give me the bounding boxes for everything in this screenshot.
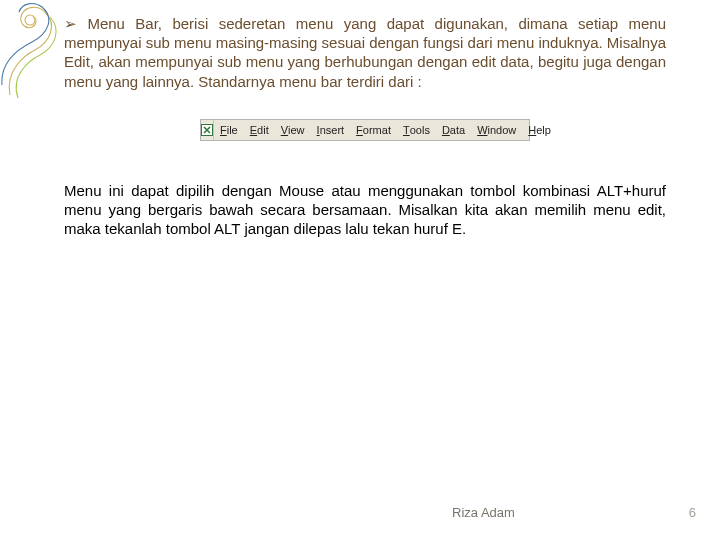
menu-insert[interactable]: Insert: [311, 120, 351, 140]
paragraph-menu-bar-desc: ➢ Menu Bar, berisi sederetan menu yang d…: [64, 14, 666, 91]
menu-data[interactable]: Data: [436, 120, 471, 140]
menu-edit[interactable]: Edit: [244, 120, 275, 140]
page-number: 6: [689, 505, 696, 520]
para1-text: Menu Bar, berisi sederetan menu yang dap…: [64, 15, 666, 90]
menu-tools[interactable]: Tools: [397, 120, 436, 140]
excel-app-icon: [201, 120, 214, 140]
author-name: Riza Adam: [452, 505, 515, 520]
menu-view[interactable]: View: [275, 120, 311, 140]
menu-window[interactable]: Window: [471, 120, 522, 140]
paragraph-menu-usage: Menu ini dapat dipilih dengan Mouse atau…: [64, 181, 666, 239]
bullet-icon: ➢: [64, 15, 77, 32]
menu-format[interactable]: Format: [350, 120, 397, 140]
menu-file[interactable]: File: [214, 120, 244, 140]
excel-menubar: File Edit View Insert Format Tools Data …: [200, 119, 530, 141]
menu-help[interactable]: Help: [522, 120, 557, 140]
menubar-screenshot: File Edit View Insert Format Tools Data …: [200, 119, 530, 141]
